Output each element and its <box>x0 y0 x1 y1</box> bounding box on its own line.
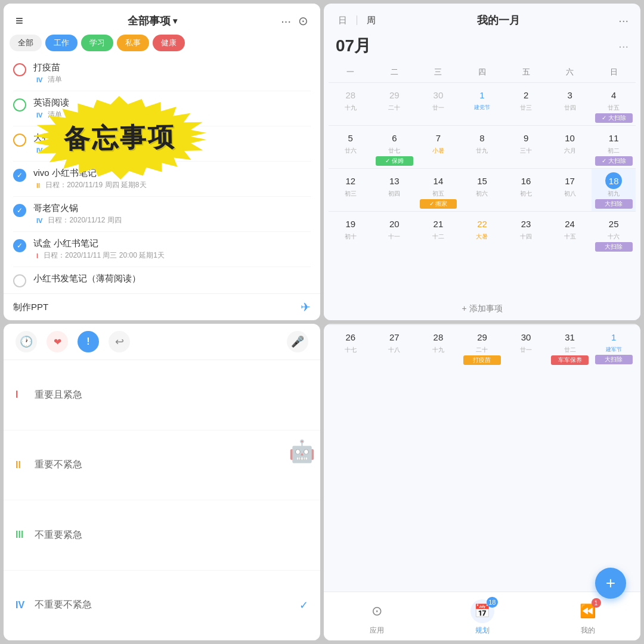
calendar-day[interactable]: 28十九 <box>416 324 460 367</box>
task-checkbox-done[interactable]: ✓ <box>13 204 26 217</box>
tab-private[interactable]: 私事 <box>117 35 149 51</box>
calendar-day[interactable]: 9三十 <box>504 125 548 168</box>
calendar-day[interactable]: 16初七 <box>504 168 548 211</box>
chat-tool-icon[interactable]: ↩ <box>109 331 130 352</box>
more-icon[interactable]: ··· <box>281 14 291 28</box>
robot-decoration: 🤖 <box>289 439 315 464</box>
task-checkbox-done[interactable]: ✓ <box>13 169 26 182</box>
send-button[interactable]: ✈ <box>301 300 311 314</box>
calendar-day[interactable]: 1建军节大扫除 <box>592 324 636 367</box>
calendar-day[interactable]: 26十七 <box>329 324 373 367</box>
calendar-day[interactable]: 15初六 <box>460 168 504 211</box>
nav-apps[interactable]: ⊙ 应用 <box>365 599 389 636</box>
priority-panel: 🕐 ❤ ! ↩ 🎤 I 重要且紧急 II 重要不紧急 🤖 III 不重要紧急 I… <box>4 324 320 640</box>
calendar-day[interactable]: 22大暑 <box>460 211 504 254</box>
nav-plan[interactable]: 📅 18 规划 <box>470 599 494 636</box>
calendar-day[interactable]: 18初九大扫除 <box>592 168 636 211</box>
calendar-day[interactable]: 30廿一 <box>504 324 548 367</box>
task-input[interactable] <box>13 302 301 312</box>
task-item[interactable]: 打疫苗 IV 清单 <box>13 56 311 91</box>
calendar-day[interactable]: 6廿七✓ 保姆 <box>373 125 417 168</box>
tab-all[interactable]: 全部 <box>10 35 42 51</box>
calendar-day[interactable]: 23十四 <box>504 211 548 254</box>
priority-label-iii: III <box>16 530 27 540</box>
priority-text-iv: 不重要不紧急 <box>35 599 92 611</box>
calendar-day[interactable]: 14初五✓ 搬家 <box>416 168 460 211</box>
calendar-day[interactable]: 30廿一 <box>416 82 460 125</box>
clock-tool-icon[interactable]: 🕐 <box>16 331 37 352</box>
calendar-day[interactable]: 13初四 <box>373 168 417 211</box>
calendar-day[interactable]: 10六月 <box>548 125 592 168</box>
calendar-week: 28十九 29二十 30廿一 1建党节 2廿三 3廿四 4廿五✓ 大扫除 <box>329 82 636 125</box>
hamburger-icon[interactable]: ≡ <box>16 13 23 29</box>
calendar-day[interactable]: 17初八 <box>548 168 592 211</box>
calendar-more-icon[interactable]: ··· <box>618 14 628 27</box>
task-content: 打疫苗 IV 清单 <box>33 62 311 85</box>
task-checkbox[interactable] <box>13 274 26 287</box>
heart-tool-icon[interactable]: ❤ <box>47 331 68 352</box>
calendar-day[interactable]: 29二十打疫苗 <box>460 324 504 367</box>
priority-toolbar: 🕐 ❤ ! ↩ 🎤 <box>4 324 320 360</box>
calendar-bottom-grid: 26十七 27十八 28十九 29二十打疫苗 30廿一 31廿二车车保养 1建军… <box>324 324 640 592</box>
calendar-day[interactable]: 4廿五✓ 大扫除 <box>592 82 636 125</box>
calendar-day[interactable]: 5廿六 <box>329 125 373 168</box>
calendar-day[interactable]: 7小暑 <box>416 125 460 168</box>
task-checkbox[interactable] <box>13 134 26 147</box>
priority-item-iii[interactable]: III 不重要紧急 <box>4 500 320 571</box>
task-checkbox-done[interactable]: ✓ <box>13 239 26 252</box>
calendar-day[interactable]: 19初十 <box>329 211 373 254</box>
task-checkbox[interactable] <box>13 98 26 112</box>
weekday: 日 <box>592 64 636 80</box>
mic-tool-icon[interactable]: 🎤 <box>287 331 308 352</box>
target-icon[interactable]: ⊙ <box>298 14 308 28</box>
priority-label-ii: II <box>16 460 27 470</box>
calendar-day[interactable]: 11初二✓ 大扫除 <box>592 125 636 168</box>
priority-list: I 重要且紧急 II 重要不紧急 🤖 III 不重要紧急 IV 不重要不紧急 ✓ <box>4 360 320 640</box>
calendar-day[interactable]: 25十六大扫除 <box>592 211 636 254</box>
week-view-btn[interactable]: 周 <box>364 14 378 27</box>
weekday: 一 <box>329 64 373 80</box>
task-item[interactable]: ✓ 哥老官火锅 IV 日程：2020/11/12 周四 <box>13 197 311 232</box>
calendar-day[interactable]: 1建党节 <box>460 82 504 125</box>
add-event-button[interactable]: + 添加事项 <box>324 298 640 320</box>
calendar-day[interactable]: 29二十 <box>373 82 417 125</box>
mine-nav-label: 我的 <box>581 626 595 636</box>
exclaim-tool-icon[interactable]: ! <box>78 331 99 352</box>
weekday: 四 <box>460 64 504 80</box>
priority-item-iv[interactable]: IV 不重要不紧急 ✓ <box>4 571 320 641</box>
priority-badge: II <box>33 181 43 190</box>
calendar-day[interactable]: 27十八 <box>373 324 417 367</box>
calendar-day[interactable]: 24十五 <box>548 211 592 254</box>
calendar-day[interactable]: 2廿三 <box>504 82 548 125</box>
task-item[interactable]: 小红书发笔记（薄荷阅读） <box>13 267 311 293</box>
plan-nav-icon: 📅 18 <box>470 599 494 623</box>
calendar-day[interactable]: 28十九 <box>329 82 373 125</box>
calendar-day[interactable]: 31廿二车车保养 <box>548 324 592 367</box>
priority-item-i[interactable]: I 重要且紧急 <box>4 360 320 431</box>
tab-health[interactable]: 健康 <box>153 35 185 51</box>
calendar-day[interactable]: 3廿四 <box>548 82 592 125</box>
calendar-week: 19初十 20十一 21十二 22大暑 23十四 24十五 25十六大扫除 <box>329 211 636 254</box>
calendar-week: 12初三 13初四 14初五✓ 搬家 15初六 16初七 17初八 18初九大扫… <box>329 168 636 211</box>
month-more-icon[interactable]: ··· <box>618 39 628 53</box>
calendar-day[interactable]: 21十二 <box>416 211 460 254</box>
task-checkbox[interactable] <box>13 63 26 76</box>
priority-text-ii: 重要不紧急 <box>35 459 82 471</box>
apps-nav-icon: ⊙ <box>365 599 389 623</box>
task-item[interactable]: ✓ 试盒 小红书笔记 I 日程：2020/11/11 周三 20:00 延期1天 <box>13 232 311 267</box>
weekday: 六 <box>548 64 592 80</box>
calendar-day[interactable]: 12初三 <box>329 168 373 211</box>
calendar-day[interactable]: 20十一 <box>373 211 417 254</box>
apps-nav-label: 应用 <box>370 626 384 636</box>
fab-add-button[interactable]: + <box>595 568 626 599</box>
weekday-row: 一 二 三 四 五 六 日 <box>329 62 636 82</box>
tab-study[interactable]: 学习 <box>81 35 113 51</box>
day-view-btn[interactable]: 日 <box>336 14 349 27</box>
tab-work[interactable]: 工作 <box>45 35 78 51</box>
calendar-day[interactable]: 8廿九 <box>460 125 504 168</box>
title-arrow-icon[interactable]: ▾ <box>173 16 177 26</box>
priority-item-ii[interactable]: II 重要不紧急 🤖 <box>4 431 320 501</box>
priority-text-i: 重要且紧急 <box>35 389 82 401</box>
task-header-actions: ··· ⊙ <box>281 14 308 28</box>
nav-mine[interactable]: ⏪ 1 我的 <box>576 599 600 636</box>
